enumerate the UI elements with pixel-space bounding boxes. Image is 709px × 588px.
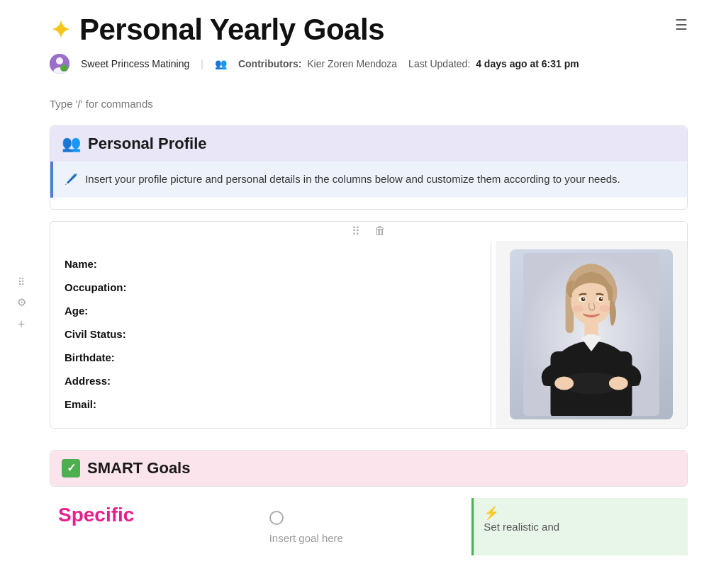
- field-age: Age:: [65, 299, 476, 322]
- profile-fields: Name: Occupation: Age: Civil Status:: [50, 241, 491, 428]
- profile-image: [510, 249, 673, 419]
- checkbox-icon: ✓: [62, 459, 80, 477]
- smart-goals-header: ✓ SMART Goals: [50, 451, 687, 486]
- realistic-column: ⚡ Set realistic and: [471, 498, 688, 555]
- sparkle-icon: ✦: [50, 14, 72, 45]
- command-input[interactable]: [50, 95, 688, 113]
- svg-point-23: [600, 305, 610, 312]
- smart-goals-section: ✓ SMART Goals Specific Insert goal here …: [50, 450, 688, 555]
- gear-icon[interactable]: ⚙: [17, 296, 26, 309]
- personal-profile-header: 👥 Personal Profile: [50, 126, 687, 162]
- svg-point-19: [599, 297, 603, 301]
- svg-text:🌿: 🌿: [61, 65, 67, 72]
- profile-image-area: [496, 241, 687, 428]
- specific-label: Specific: [58, 504, 252, 526]
- personal-profile-title: Personal Profile: [88, 135, 207, 153]
- info-text: Insert your profile picture and personal…: [85, 173, 620, 185]
- page-title: Personal Yearly Goals: [79, 13, 384, 47]
- svg-point-20: [584, 298, 585, 299]
- field-address: Address:: [65, 369, 476, 392]
- lightning-icon: ⚡: [484, 505, 678, 521]
- goal-placeholder-text: Insert goal here: [269, 532, 343, 544]
- contributors-text: Contributors: Kier Zoren Mendoza: [238, 58, 397, 69]
- svg-point-1: [56, 57, 63, 64]
- drag-handle-icon[interactable]: ⠿: [18, 276, 25, 288]
- meta-row: 🌿 Sweet Princess Matining | 👥 Contributo…: [50, 54, 675, 74]
- specific-column: Specific: [50, 498, 261, 555]
- personal-profile-section: 👥 Personal Profile 🖊️ Insert your profil…: [50, 125, 688, 210]
- contributors-icon: 👥: [215, 58, 227, 69]
- profile-info-block: 🖊️ Insert your profile picture and perso…: [50, 162, 687, 198]
- pencil-icon: 🖊️: [65, 173, 78, 185]
- field-email: Email:: [65, 392, 476, 416]
- field-birthdate: Birthdate:: [65, 346, 476, 369]
- last-updated: Last Updated: 4 days ago at 6:31 pm: [408, 58, 579, 69]
- author-name: Sweet Princess Matining: [81, 58, 189, 69]
- author-avatar: 🌿: [50, 54, 69, 74]
- svg-point-21: [601, 298, 602, 299]
- profile-table-container: ⠿ 🗑 Name: Occupation: Age:: [50, 221, 688, 429]
- table-trash-icon[interactable]: 🗑: [374, 225, 386, 238]
- field-occupation: Occupation:: [65, 276, 476, 299]
- people-icon: 👥: [62, 135, 81, 153]
- smart-goals-row: Specific Insert goal here ⚡ Set realisti…: [50, 498, 688, 555]
- svg-point-13: [554, 376, 574, 390]
- title-row: ✦ Personal Yearly Goals: [50, 13, 675, 47]
- svg-point-22: [572, 305, 583, 312]
- left-sidebar: ⠿ ⚙ +: [0, 0, 43, 588]
- outline-icon[interactable]: ☰: [675, 13, 688, 33]
- goal-radio[interactable]: [269, 511, 284, 525]
- smart-goals-title: SMART Goals: [87, 459, 190, 477]
- realistic-label: Set realistic and: [484, 521, 678, 533]
- smart-goals-wrapper: ✓ SMART Goals: [50, 450, 688, 487]
- field-civil-status: Civil Status:: [65, 322, 476, 346]
- field-name: Name:: [65, 252, 476, 276]
- table-toolbar: ⠿ 🗑: [50, 222, 687, 241]
- svg-point-14: [609, 376, 628, 390]
- svg-point-18: [581, 297, 586, 301]
- goal-column: Insert goal here: [261, 498, 472, 555]
- content-area: ✦ Personal Yearly Goals 🌿 Swe: [43, 0, 709, 588]
- add-block-icon[interactable]: +: [18, 317, 26, 332]
- profile-table-inner: Name: Occupation: Age: Civil Status:: [50, 241, 687, 428]
- page-header: ✦ Personal Yearly Goals 🌿 Swe: [50, 13, 688, 88]
- table-drag-icon[interactable]: ⠿: [352, 225, 360, 238]
